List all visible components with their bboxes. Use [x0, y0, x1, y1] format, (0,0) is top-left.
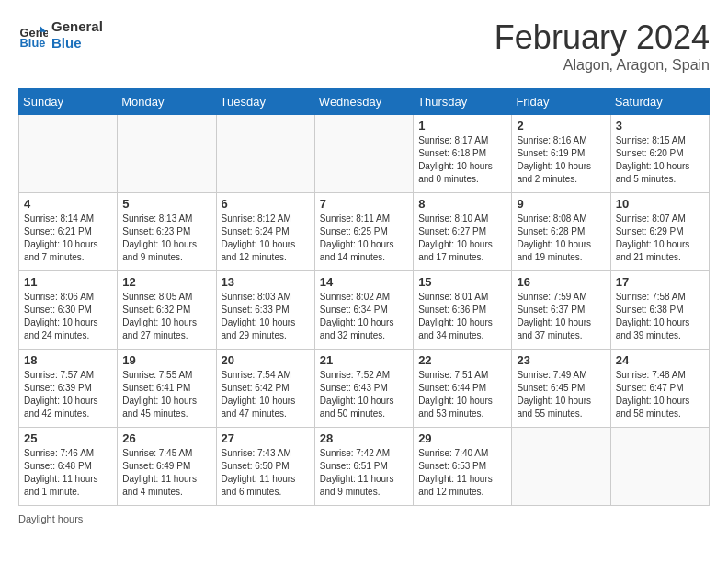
calendar-week-4: 25Sunrise: 7:46 AM Sunset: 6:48 PM Dayli… — [19, 428, 710, 506]
calendar-cell: 29Sunrise: 7:40 AM Sunset: 6:53 PM Dayli… — [414, 428, 512, 506]
calendar-cell: 14Sunrise: 8:02 AM Sunset: 6:34 PM Dayli… — [314, 271, 413, 350]
day-info: Sunrise: 8:12 AM Sunset: 6:24 PM Dayligh… — [222, 213, 310, 264]
day-info: Sunrise: 7:46 AM Sunset: 6:48 PM Dayligh… — [24, 447, 112, 499]
day-number: 17 — [616, 275, 704, 289]
day-info: Sunrise: 8:05 AM Sunset: 6:32 PM Dayligh… — [122, 291, 210, 342]
calendar-cell: 25Sunrise: 7:46 AM Sunset: 6:48 PM Dayli… — [19, 428, 118, 506]
day-number: 20 — [222, 353, 310, 367]
day-number: 29 — [418, 431, 506, 445]
day-number: 14 — [320, 275, 408, 289]
calendar-cell: 2Sunrise: 8:16 AM Sunset: 6:19 PM Daylig… — [512, 115, 610, 193]
day-info: Sunrise: 8:08 AM Sunset: 6:28 PM Dayligh… — [517, 213, 605, 264]
day-info: Sunrise: 8:02 AM Sunset: 6:34 PM Dayligh… — [320, 291, 408, 342]
day-info: Sunrise: 8:11 AM Sunset: 6:25 PM Dayligh… — [320, 213, 408, 264]
calendar-cell — [512, 428, 610, 506]
calendar-cell: 24Sunrise: 7:48 AM Sunset: 6:47 PM Dayli… — [610, 350, 709, 428]
day-info: Sunrise: 7:45 AM Sunset: 6:49 PM Dayligh… — [122, 447, 210, 499]
calendar-cell: 27Sunrise: 7:43 AM Sunset: 6:50 PM Dayli… — [216, 428, 314, 506]
day-info: Sunrise: 7:51 AM Sunset: 6:44 PM Dayligh… — [418, 369, 506, 420]
day-info: Sunrise: 8:14 AM Sunset: 6:21 PM Dayligh… — [24, 213, 112, 264]
day-info: Sunrise: 7:59 AM Sunset: 6:37 PM Dayligh… — [517, 291, 605, 342]
day-info: Sunrise: 8:16 AM Sunset: 6:19 PM Dayligh… — [517, 134, 605, 186]
day-number: 15 — [418, 275, 506, 289]
day-number: 19 — [122, 353, 210, 367]
weekday-header-tuesday: Tuesday — [216, 89, 314, 115]
day-info: Sunrise: 7:58 AM Sunset: 6:38 PM Dayligh… — [616, 291, 704, 342]
day-number: 12 — [122, 275, 210, 289]
day-number: 27 — [222, 431, 310, 445]
calendar-title: February 2024 — [495, 18, 710, 57]
day-number: 2 — [517, 119, 605, 132]
weekday-header-sunday: Sunday — [19, 89, 118, 115]
day-number: 16 — [517, 275, 605, 289]
day-number: 3 — [616, 119, 704, 132]
calendar-cell: 18Sunrise: 7:57 AM Sunset: 6:39 PM Dayli… — [19, 350, 118, 428]
calendar-week-0: 1Sunrise: 8:17 AM Sunset: 6:18 PM Daylig… — [19, 115, 710, 193]
day-number: 22 — [418, 353, 506, 367]
calendar-cell: 15Sunrise: 8:01 AM Sunset: 6:36 PM Dayli… — [414, 271, 512, 350]
day-number: 10 — [616, 197, 704, 211]
weekday-header-monday: Monday — [118, 89, 216, 115]
day-info: Sunrise: 8:15 AM Sunset: 6:20 PM Dayligh… — [616, 134, 704, 186]
weekday-header-row: SundayMondayTuesdayWednesdayThursdayFrid… — [19, 89, 710, 115]
logo: General Blue General Blue — [18, 18, 103, 52]
day-number: 1 — [418, 119, 506, 132]
calendar-cell: 13Sunrise: 8:03 AM Sunset: 6:33 PM Dayli… — [216, 271, 314, 350]
daylight-label: Daylight hours — [18, 513, 83, 524]
day-number: 18 — [24, 353, 112, 367]
calendar-cell: 9Sunrise: 8:08 AM Sunset: 6:28 PM Daylig… — [512, 193, 610, 271]
day-number: 11 — [24, 275, 112, 289]
page-header: General Blue General Blue February 2024 … — [18, 18, 710, 74]
title-block: February 2024 Alagon, Aragon, Spain — [495, 18, 710, 74]
calendar-cell: 1Sunrise: 8:17 AM Sunset: 6:18 PM Daylig… — [414, 115, 512, 193]
calendar-cell — [314, 115, 413, 193]
calendar-cell: 4Sunrise: 8:14 AM Sunset: 6:21 PM Daylig… — [19, 193, 118, 271]
calendar-cell: 11Sunrise: 8:06 AM Sunset: 6:30 PM Dayli… — [19, 271, 118, 350]
day-number: 23 — [517, 353, 605, 367]
day-info: Sunrise: 7:42 AM Sunset: 6:51 PM Dayligh… — [320, 447, 408, 499]
day-number: 21 — [320, 353, 408, 367]
day-info: Sunrise: 7:49 AM Sunset: 6:45 PM Dayligh… — [517, 369, 605, 420]
day-info: Sunrise: 7:52 AM Sunset: 6:43 PM Dayligh… — [320, 369, 408, 420]
calendar-cell — [118, 115, 216, 193]
day-number: 24 — [616, 353, 704, 367]
calendar-week-1: 4Sunrise: 8:14 AM Sunset: 6:21 PM Daylig… — [19, 193, 710, 271]
calendar-subtitle: Alagon, Aragon, Spain — [495, 57, 710, 74]
day-number: 13 — [222, 275, 310, 289]
calendar-cell: 3Sunrise: 8:15 AM Sunset: 6:20 PM Daylig… — [610, 115, 709, 193]
day-number: 4 — [24, 197, 112, 211]
logo-general: General — [51, 18, 103, 35]
day-number: 28 — [320, 431, 408, 445]
calendar-cell: 17Sunrise: 7:58 AM Sunset: 6:38 PM Dayli… — [610, 271, 709, 350]
day-info: Sunrise: 7:57 AM Sunset: 6:39 PM Dayligh… — [24, 369, 112, 420]
day-info: Sunrise: 8:07 AM Sunset: 6:29 PM Dayligh… — [616, 213, 704, 264]
day-info: Sunrise: 8:06 AM Sunset: 6:30 PM Dayligh… — [24, 291, 112, 342]
calendar-cell: 28Sunrise: 7:42 AM Sunset: 6:51 PM Dayli… — [314, 428, 413, 506]
calendar-body: 1Sunrise: 8:17 AM Sunset: 6:18 PM Daylig… — [19, 115, 710, 506]
footer: Daylight hours — [18, 513, 710, 524]
calendar-cell: 12Sunrise: 8:05 AM Sunset: 6:32 PM Dayli… — [118, 271, 216, 350]
day-info: Sunrise: 7:48 AM Sunset: 6:47 PM Dayligh… — [616, 369, 704, 420]
calendar-cell — [19, 115, 118, 193]
calendar-week-2: 11Sunrise: 8:06 AM Sunset: 6:30 PM Dayli… — [19, 271, 710, 350]
calendar-cell — [216, 115, 314, 193]
calendar-cell: 23Sunrise: 7:49 AM Sunset: 6:45 PM Dayli… — [512, 350, 610, 428]
calendar-cell: 20Sunrise: 7:54 AM Sunset: 6:42 PM Dayli… — [216, 350, 314, 428]
calendar-table: SundayMondayTuesdayWednesdayThursdayFrid… — [18, 88, 710, 506]
calendar-week-3: 18Sunrise: 7:57 AM Sunset: 6:39 PM Dayli… — [19, 350, 710, 428]
day-number: 25 — [24, 431, 112, 445]
calendar-cell: 26Sunrise: 7:45 AM Sunset: 6:49 PM Dayli… — [118, 428, 216, 506]
calendar-cell: 21Sunrise: 7:52 AM Sunset: 6:43 PM Dayli… — [314, 350, 413, 428]
logo-icon: General Blue — [18, 20, 48, 50]
calendar-cell: 8Sunrise: 8:10 AM Sunset: 6:27 PM Daylig… — [414, 193, 512, 271]
weekday-header-wednesday: Wednesday — [314, 89, 413, 115]
day-info: Sunrise: 8:13 AM Sunset: 6:23 PM Dayligh… — [122, 213, 210, 264]
day-info: Sunrise: 7:55 AM Sunset: 6:41 PM Dayligh… — [122, 369, 210, 420]
day-number: 26 — [122, 431, 210, 445]
calendar-cell: 16Sunrise: 7:59 AM Sunset: 6:37 PM Dayli… — [512, 271, 610, 350]
calendar-cell: 19Sunrise: 7:55 AM Sunset: 6:41 PM Dayli… — [118, 350, 216, 428]
weekday-header-saturday: Saturday — [610, 89, 709, 115]
svg-text:Blue: Blue — [20, 36, 46, 50]
day-number: 5 — [122, 197, 210, 211]
weekday-header-thursday: Thursday — [414, 89, 512, 115]
